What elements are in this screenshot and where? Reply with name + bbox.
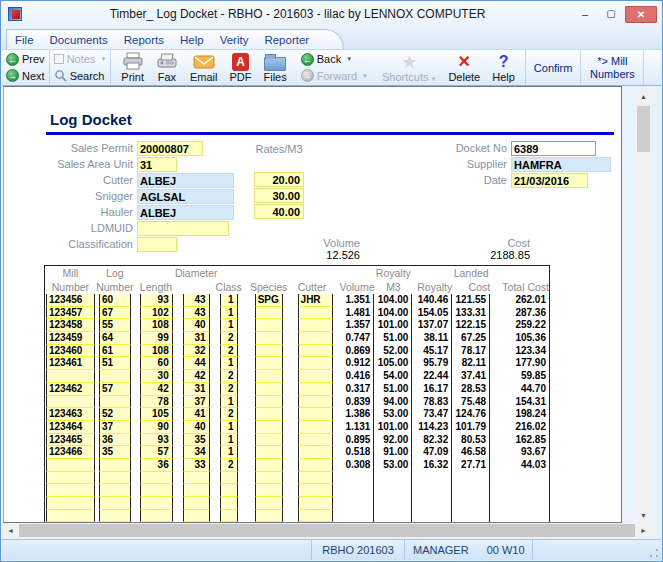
input-cell[interactable]: [99, 472, 131, 485]
input-cell[interactable]: [255, 307, 283, 320]
input-cell[interactable]: 2: [220, 383, 238, 396]
vertical-scrollbar[interactable]: ▲ ▼: [636, 89, 651, 523]
menu-item-file[interactable]: File: [15, 34, 34, 46]
input-cell[interactable]: [183, 472, 210, 485]
input-cell[interactable]: 55: [99, 319, 131, 332]
input-cell[interactable]: 1: [220, 357, 238, 370]
confirm-button[interactable]: Confirm: [526, 50, 581, 85]
input-cell[interactable]: [298, 497, 333, 510]
field-hauler[interactable]: ALBEJ: [137, 205, 234, 220]
field-ldmuid[interactable]: [137, 221, 229, 236]
input-cell[interactable]: [298, 421, 333, 434]
input-cell[interactable]: [255, 484, 283, 497]
input-cell[interactable]: [298, 446, 333, 459]
input-cell[interactable]: [298, 383, 333, 396]
input-cell[interactable]: 2: [220, 370, 238, 383]
input-cell[interactable]: [298, 472, 333, 485]
input-cell[interactable]: 60: [140, 357, 173, 370]
input-cell[interactable]: 57: [99, 383, 131, 396]
input-cell[interactable]: [255, 319, 283, 332]
input-cell[interactable]: 37: [183, 396, 210, 409]
input-cell[interactable]: 1: [220, 421, 238, 434]
menu-item-verity[interactable]: Verity: [220, 34, 249, 46]
input-cell[interactable]: [255, 332, 283, 345]
input-cell[interactable]: [46, 472, 95, 485]
scroll-left-icon[interactable]: ◄: [3, 523, 18, 538]
field-sales-area-unit[interactable]: 31: [137, 157, 177, 172]
input-cell[interactable]: 108: [140, 345, 173, 358]
input-cell[interactable]: SPG: [255, 294, 283, 307]
input-cell[interactable]: 90: [140, 421, 173, 434]
print-button[interactable]: Print: [115, 51, 150, 84]
input-cell[interactable]: [298, 510, 333, 523]
input-cell[interactable]: 1: [220, 434, 238, 447]
input-cell[interactable]: 44: [183, 357, 210, 370]
input-cell[interactable]: 2: [220, 408, 238, 421]
field-date[interactable]: 21/03/2016: [511, 173, 588, 188]
field-cutter[interactable]: ALBEJ: [137, 173, 234, 188]
input-cell[interactable]: 42: [140, 383, 173, 396]
field-sales-permit[interactable]: 20000807: [137, 141, 203, 156]
horizontal-scrollbar-thumb[interactable]: [19, 524, 635, 537]
menu-item-documents[interactable]: Documents: [50, 34, 108, 46]
input-cell[interactable]: 33: [183, 459, 210, 472]
input-cell[interactable]: 30: [140, 370, 173, 383]
input-cell[interactable]: 67: [99, 307, 131, 320]
input-cell[interactable]: 2: [220, 459, 238, 472]
input-cell[interactable]: 123464: [46, 421, 95, 434]
field-snigger[interactable]: AGLSAL: [137, 189, 234, 204]
input-cell[interactable]: [298, 459, 333, 472]
input-cell[interactable]: [220, 510, 238, 523]
input-cell[interactable]: 1: [220, 319, 238, 332]
rate-field-cutter[interactable]: 20.00: [254, 172, 304, 187]
input-cell[interactable]: [298, 370, 333, 383]
input-cell[interactable]: 41: [183, 408, 210, 421]
input-cell[interactable]: [140, 497, 173, 510]
scroll-down-icon[interactable]: ▼: [636, 508, 651, 523]
email-button[interactable]: Email: [184, 51, 224, 84]
scroll-up-icon[interactable]: ▲: [636, 89, 651, 104]
input-cell[interactable]: 1: [220, 307, 238, 320]
mill-numbers-button[interactable]: *> Mill Numbers: [581, 50, 643, 85]
input-cell[interactable]: [255, 459, 283, 472]
input-cell[interactable]: [140, 484, 173, 497]
input-cell[interactable]: 123463: [46, 408, 95, 421]
input-cell[interactable]: [255, 370, 283, 383]
input-cell[interactable]: 60: [99, 294, 131, 307]
shortcuts-button[interactable]: ★ Shortcuts▼: [376, 51, 442, 84]
input-cell[interactable]: [220, 484, 238, 497]
notes-button[interactable]: Notes ▼: [54, 51, 107, 68]
input-cell[interactable]: [220, 472, 238, 485]
input-cell[interactable]: 40: [183, 319, 210, 332]
pdf-button[interactable]: A PDF: [223, 51, 257, 84]
input-cell[interactable]: [255, 472, 283, 485]
input-cell[interactable]: 1: [220, 396, 238, 409]
input-cell[interactable]: 93: [140, 294, 173, 307]
input-cell[interactable]: 61: [99, 345, 131, 358]
field-supplier[interactable]: HAMFRA: [511, 157, 611, 172]
input-cell[interactable]: [298, 434, 333, 447]
input-cell[interactable]: [298, 484, 333, 497]
input-cell[interactable]: 31: [183, 332, 210, 345]
input-cell[interactable]: [46, 396, 95, 409]
menu-item-help[interactable]: Help: [180, 34, 204, 46]
input-cell[interactable]: [255, 396, 283, 409]
input-cell[interactable]: [255, 345, 283, 358]
input-cell[interactable]: [99, 459, 131, 472]
input-cell[interactable]: [255, 434, 283, 447]
input-cell[interactable]: 99: [140, 332, 173, 345]
input-cell[interactable]: 43: [183, 307, 210, 320]
input-cell[interactable]: [46, 459, 95, 472]
input-cell[interactable]: [99, 396, 131, 409]
input-cell[interactable]: 2: [220, 332, 238, 345]
rate-field-hauler[interactable]: 40.00: [254, 204, 304, 219]
files-button[interactable]: Files: [257, 51, 292, 84]
input-cell[interactable]: 52: [99, 408, 131, 421]
input-cell[interactable]: [298, 332, 333, 345]
menu-item-reports[interactable]: Reports: [124, 34, 164, 46]
input-cell[interactable]: 123466: [46, 446, 95, 459]
search-button[interactable]: Search: [54, 68, 107, 85]
input-cell[interactable]: 102: [140, 307, 173, 320]
input-cell[interactable]: [140, 510, 173, 523]
input-cell[interactable]: 105: [140, 408, 173, 421]
